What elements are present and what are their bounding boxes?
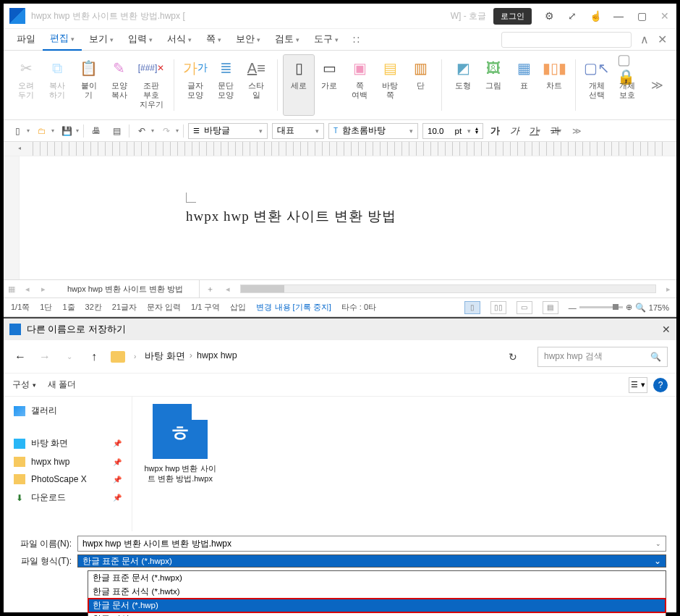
dialog-search-input[interactable]: hwpx hwp 검색🔍 <box>537 347 668 367</box>
zoom-out-button[interactable]: — <box>569 303 577 312</box>
filename-input[interactable]: hwpx hwp 변환 사이트 변환 방법.hwpx⌄ <box>77 536 666 552</box>
save-button[interactable]: 💾 <box>59 123 75 139</box>
nav-forward-button[interactable]: → <box>37 350 53 363</box>
shape-copy-button[interactable]: ✎모양 복사 <box>104 55 135 115</box>
ft-option-hwtx[interactable]: 한글 표준 서식 (*.hwtx) <box>88 585 666 599</box>
settings-icon[interactable]: ⚙ <box>542 9 556 23</box>
organize-button[interactable]: 구성▾ <box>12 379 36 391</box>
view-mode-2[interactable]: ▯▯ <box>490 301 506 314</box>
menu-search-input[interactable] <box>501 32 632 48</box>
italic-button[interactable]: 가 <box>507 125 522 138</box>
tab-home-icon[interactable]: ▦ <box>4 284 20 294</box>
menu-overflow[interactable]: ∷ <box>346 30 367 50</box>
sidebar-downloads[interactable]: ⬇다운로드📌 <box>4 488 132 507</box>
menu-dropdown-icon[interactable]: ∧ <box>636 33 653 46</box>
font-select[interactable]: T함초롬바탕▾ <box>328 123 418 139</box>
para-style-select[interactable]: ☰바탕글▾ <box>188 123 268 139</box>
para-shape-button[interactable]: ≣문단 모양 <box>211 55 241 115</box>
preview-button[interactable]: ▤ <box>109 123 124 139</box>
zoom-in-button[interactable]: ⊕ <box>626 303 632 312</box>
minimize-icon[interactable]: — <box>611 9 626 23</box>
representative-select[interactable]: 대표▾ <box>272 123 324 139</box>
menu-format[interactable]: 서식▾ <box>160 29 199 50</box>
vertical-button[interactable]: ▯세로 <box>284 55 314 115</box>
bold-button[interactable]: 가 <box>488 125 503 138</box>
strike-button[interactable]: 과▾ <box>548 125 564 138</box>
tab-add-button[interactable]: ＋ <box>200 284 220 295</box>
file-list[interactable]: ㅎ hwpx hwp 변환 사이트 변환 방법.hwpx <box>132 397 676 531</box>
new-folder-button[interactable]: 새 폴더 <box>48 379 76 391</box>
chart-button[interactable]: ▮▯▮차트 <box>539 55 569 115</box>
expand-icon[interactable]: ⤢ <box>565 9 579 23</box>
style-button[interactable]: A≡스타일 <box>241 55 271 115</box>
toolbar-more-button[interactable]: ≫ <box>569 123 585 139</box>
page-surface[interactable]: hwpx hwp 변환 사이트 변환 방법 <box>20 156 676 279</box>
menu-security[interactable]: 보안▾ <box>229 29 268 50</box>
object-select-button[interactable]: ▢↖개체 선택 <box>582 55 612 115</box>
nav-history-button[interactable]: ⌄ <box>61 353 77 360</box>
cut-button[interactable]: ✂오려 두기 <box>11 55 41 115</box>
shape-button[interactable]: ◩도형 <box>448 55 478 115</box>
sidebar-photoscape[interactable]: PhotoScape X📌 <box>4 471 132 488</box>
view-mode-3[interactable]: ▭ <box>517 301 532 314</box>
hscrollbar[interactable] <box>236 284 660 293</box>
page-margin-button[interactable]: ▣쪽 여백 <box>344 55 375 115</box>
view-mode-1[interactable]: ▯ <box>464 301 480 314</box>
zoom-value[interactable]: 175% <box>649 303 669 312</box>
close-icon[interactable]: ✕ <box>658 9 672 23</box>
menu-tools[interactable]: 도구▾ <box>307 29 346 50</box>
ft-option-hwpx[interactable]: 한글 표준 문서 (*.hwpx) <box>88 571 666 585</box>
tab-scroll-left-icon[interactable]: ◂ <box>220 284 236 294</box>
tab-prev-icon[interactable]: ◂ <box>20 284 35 294</box>
status-recording[interactable]: 변경 내용 [기록 중지] <box>256 302 331 313</box>
file-item[interactable]: ㅎ hwpx hwp 변환 사이트 변환 방법.hwpx <box>144 404 216 484</box>
paste-button[interactable]: 📋붙이기 <box>74 55 104 115</box>
zoom-slider[interactable] <box>579 306 623 308</box>
tab-next-icon[interactable]: ▸ <box>35 284 51 294</box>
open-button[interactable]: 🗀 <box>34 123 50 139</box>
refresh-button[interactable]: ↻ <box>509 351 517 363</box>
undo-button[interactable]: ↶ <box>134 123 150 139</box>
erase-mark-button[interactable]: [###]✕조판 부호 지우기 <box>135 55 169 115</box>
char-shape-button[interactable]: 가가글자 모양 <box>180 55 211 115</box>
ruler-horizontal[interactable]: ◂ <box>4 142 676 156</box>
ft-option-hwt[interactable]: 한글 서식 (*.hwt) <box>88 612 666 616</box>
help-button[interactable]: ? <box>653 378 668 392</box>
tab-scroll-right-icon[interactable]: ▸ <box>660 284 676 294</box>
menu-input[interactable]: 입력▾ <box>121 29 160 50</box>
copy-button[interactable]: ⧉복사하기 <box>41 55 74 115</box>
background-page-button[interactable]: ▤바탕쪽 <box>375 55 405 115</box>
menu-close-icon[interactable]: ✕ <box>653 33 671 46</box>
underline-button[interactable]: 가▾ <box>527 125 543 138</box>
ft-option-hwp[interactable]: 한글 문서 (*.hwp) <box>88 599 666 612</box>
sidebar-desktop[interactable]: 바탕 화면📌 <box>4 434 132 453</box>
ribbon-more-button[interactable]: ≫ <box>645 55 669 115</box>
breadcrumb[interactable]: 바탕 화면›hwpx hwp <box>145 350 237 363</box>
login-button[interactable]: 로그인 <box>493 8 532 25</box>
maximize-icon[interactable]: ▢ <box>634 9 649 23</box>
picture-button[interactable]: 🖼그림 <box>478 55 509 115</box>
pin-icon[interactable]: ☝ <box>588 9 603 23</box>
menu-edit[interactable]: 편집▾ <box>43 28 82 51</box>
sidebar-folder-hwpx[interactable]: hwpx hwp📌 <box>4 453 132 471</box>
horizontal-button[interactable]: ▭가로 <box>314 55 344 115</box>
nav-back-button[interactable]: ← <box>12 350 28 363</box>
menu-file[interactable]: 파일 <box>9 29 43 50</box>
filetype-select[interactable]: 한글 표준 문서 (*.hwpx)⌄ <box>77 554 666 568</box>
redo-button[interactable]: ↷ <box>158 123 174 139</box>
object-protect-button[interactable]: ▢🔒개체 보호 <box>612 55 642 115</box>
font-size-input[interactable]: 10.0 pt▾▴▾ <box>422 123 483 139</box>
dialog-close-button[interactable]: ✕ <box>662 324 671 335</box>
menu-view[interactable]: 보기▾ <box>82 29 121 50</box>
menu-page[interactable]: 쪽▾ <box>199 29 229 50</box>
sidebar-gallery[interactable]: 갤러리 <box>4 401 132 421</box>
ruler-vertical[interactable] <box>4 156 20 279</box>
tab-active[interactable]: hwpx hwp 변환 사이트 변환 방법 <box>51 280 200 298</box>
view-mode-button[interactable]: ☰ ▾ <box>629 377 647 393</box>
table-button[interactable]: ▦표 <box>509 55 539 115</box>
new-doc-button[interactable]: ▯ <box>9 123 25 139</box>
view-mode-4[interactable]: ▤ <box>543 301 558 314</box>
print-button[interactable]: 🖶 <box>88 123 104 139</box>
nav-up-button[interactable]: ↑ <box>86 350 102 363</box>
document-text[interactable]: hwpx hwp 변환 사이트 변환 방법 <box>186 207 676 226</box>
